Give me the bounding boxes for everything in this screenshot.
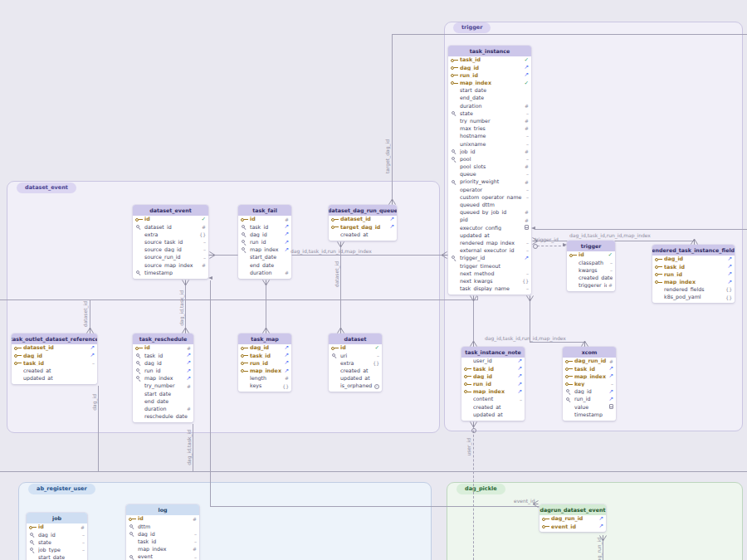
field-row-id[interactable]: id# [133, 344, 193, 352]
field-row-queued_dttm[interactable]: queued_dttm [448, 202, 531, 209]
field-row-content[interactable]: content– [461, 396, 525, 403]
field-row-dag_id[interactable]: dag_id↗ [238, 231, 291, 238]
field-row-start_date[interactable]: start_date [133, 390, 193, 397]
field-row-task_id[interactable]: task_id↗ [652, 263, 735, 270]
table-xcom[interactable]: xcomdag_run_id#task_id↗map_index↗key–dag… [563, 347, 616, 421]
field-row-id[interactable]: id# [126, 515, 199, 523]
table-header-log[interactable]: log [126, 504, 199, 515]
field-row-start_date[interactable]: start_date [238, 254, 291, 261]
field-row-source_dag_id[interactable]: source_dag_id– [133, 246, 208, 254]
field-row-map_index[interactable]: map_index↗ [238, 368, 291, 375]
table-header-xcom[interactable]: xcom [563, 347, 616, 358]
field-row-length[interactable]: length# [238, 375, 291, 382]
field-row-map_index[interactable]: map_index↗ [652, 279, 735, 286]
table-task_outlet_dataset_reference[interactable]: task_outlet_dataset_referencedataset_id↗… [12, 334, 97, 384]
field-row-custom_operator_name[interactable]: custom_operator_name– [448, 193, 531, 201]
field-row-next_method[interactable]: next_method– [448, 270, 531, 277]
field-row-state[interactable]: state– [448, 110, 531, 117]
field-row-pid[interactable]: pid# [448, 217, 531, 224]
field-row-start_date[interactable]: start_date [27, 554, 87, 560]
field-row-trigger_id[interactable]: trigger_id↗ [448, 255, 531, 262]
field-row-dttm[interactable]: dttm [126, 523, 199, 530]
field-row-updated_at[interactable]: updated_at [448, 231, 531, 239]
field-row-dag_run_id[interactable]: dag_run_id# [563, 358, 616, 365]
table-dagrun_dataset_event[interactable]: dagrun_dataset_eventdag_run_id↗event_id↗ [540, 504, 606, 532]
field-row-next_kwargs[interactable]: next_kwargs{} [448, 277, 531, 285]
field-row-job_id[interactable]: job_id# [448, 148, 531, 155]
field-row-dag_id[interactable]: dag_id↗ [461, 373, 525, 380]
field-row-task_id[interactable]: task_id↗ [133, 352, 193, 359]
group-label-dag_pickle[interactable]: dag_pickle [456, 484, 505, 494]
field-row-run_id[interactable]: run_id↗ [133, 368, 193, 375]
field-row-operator[interactable]: operator– [448, 186, 531, 193]
field-row-uri[interactable]: uri– [329, 352, 382, 359]
field-row-try_number[interactable]: try_number# [448, 118, 531, 125]
table-task_instance[interactable]: task_instancetask_id✓dag_id↗run_id↗map_i… [448, 46, 531, 295]
field-row-source_map_index[interactable]: source_map_index# [133, 261, 208, 269]
table-header-task_fail[interactable]: task_fail [238, 205, 291, 216]
field-row-run_id[interactable]: run_id↗ [461, 381, 525, 388]
field-row-dag_id[interactable]: dag_id– [126, 530, 199, 538]
field-row-try_number[interactable]: try_number# [133, 382, 193, 390]
field-row-event[interactable]: event– [126, 553, 199, 560]
field-row-pool_slots[interactable]: pool_slots# [448, 163, 531, 171]
field-row-dag_run_id[interactable]: dag_run_id↗ [540, 515, 606, 523]
field-row-duration[interactable]: duration# [448, 102, 531, 110]
field-row-queued_by_job_id[interactable]: queued_by_job_id# [448, 209, 531, 217]
field-row-value[interactable]: value [563, 403, 616, 411]
field-row-run_id[interactable]: run_id↗ [652, 270, 735, 278]
field-row-end_date[interactable]: end_date [133, 397, 193, 405]
field-row-reschedule_date[interactable]: reschedule_date [133, 413, 193, 421]
field-row-task_id[interactable]: task_id↗ [238, 223, 291, 231]
field-row-task_id[interactable]: task_id↗ [238, 352, 291, 359]
field-row-map_index[interactable]: map_index↗ [133, 375, 193, 382]
field-row-extra[interactable]: extra{} [329, 359, 382, 367]
field-row-task_id[interactable]: task_id– [126, 538, 199, 546]
field-row-map_index[interactable]: map_index↗ [563, 373, 616, 380]
field-row-target_dag_id[interactable]: target_dag_id↗ [329, 223, 397, 231]
field-row-dataset_id[interactable]: dataset_id# [133, 223, 208, 231]
field-row-kwargs[interactable]: kwargs– [567, 266, 615, 274]
field-row-dag_id[interactable]: dag_id↗ [133, 359, 193, 367]
field-row-k8s_pod_yaml[interactable]: k8s_pod_yaml{} [652, 294, 735, 301]
table-header-rendered_task_instance_fields[interactable]: rendered_task_instance_fields [652, 245, 735, 256]
table-header-task_reschedule[interactable]: task_reschedule [133, 334, 193, 344]
field-row-run_id[interactable]: run_id↗ [563, 396, 616, 403]
field-row-id[interactable]: id# [238, 216, 291, 223]
table-task_fail[interactable]: task_failid#task_id↗dag_id↗run_id↗map_in… [238, 205, 291, 279]
field-row-is_orphaned[interactable]: is_orphaned✓ [329, 382, 382, 390]
table-log[interactable]: logid#dttmdag_id–task_id–map_index#event… [126, 504, 199, 560]
field-row-job_type[interactable]: job_type– [27, 547, 87, 554]
field-row-timestamp[interactable]: timestamp [563, 411, 616, 418]
field-row-hostname[interactable]: hostname– [448, 133, 531, 140]
field-row-map_index[interactable]: map_index# [126, 546, 199, 553]
field-row-source_run_id[interactable]: source_run_id– [133, 254, 208, 261]
table-task_map[interactable]: task_mapdag_id↗task_id↗run_id↗map_index↗… [238, 334, 291, 392]
field-row-dag_id[interactable]: dag_id↗ [563, 388, 616, 396]
field-row-task_id[interactable]: task_id↗ [461, 365, 525, 373]
field-row-timestamp[interactable]: timestamp [133, 269, 208, 276]
field-row-id[interactable]: id# [27, 523, 87, 531]
field-row-task_display_name[interactable]: task_display_name– [448, 285, 531, 293]
field-row-run_id[interactable]: run_id↗ [238, 239, 291, 246]
field-row-extra[interactable]: extra{} [133, 231, 208, 238]
field-row-map_index[interactable]: map_index↗ [238, 246, 291, 254]
field-row-created_at[interactable]: created_at [329, 231, 397, 238]
field-row-priority_weight[interactable]: priority_weight# [448, 178, 531, 186]
field-row-run_id[interactable]: run_id↗ [448, 71, 531, 79]
field-row-event_id[interactable]: event_id↗ [540, 523, 606, 530]
erd-canvas[interactable]: triggerdataset_eventab_register_userdag_… [0, 0, 747, 560]
group-label-dataset_event[interactable]: dataset_event [17, 183, 76, 193]
field-row-task_id[interactable]: task_id↗ [563, 365, 616, 373]
table-header-task_outlet_dataset_reference[interactable]: task_outlet_dataset_reference [12, 334, 97, 344]
table-task_reschedule[interactable]: task_rescheduleid#task_id↗dag_id↗run_id↗… [133, 334, 193, 422]
field-row-trigger_timeout[interactable]: trigger_timeout [448, 262, 531, 270]
table-header-task_instance_note[interactable]: task_instance_note [461, 347, 525, 358]
field-row-key[interactable]: key– [563, 381, 616, 388]
table-dataset_dag_run_queue[interactable]: dataset_dag_run_queuedataset_id↗target_d… [329, 205, 397, 241]
field-row-max_tries[interactable]: max_tries# [448, 125, 531, 133]
table-header-dataset_event[interactable]: dataset_event [133, 205, 208, 216]
field-row-state[interactable]: state– [27, 538, 87, 546]
field-row-updated_at[interactable]: updated_at [329, 375, 382, 382]
field-row-created_date[interactable]: created_date [567, 275, 615, 282]
